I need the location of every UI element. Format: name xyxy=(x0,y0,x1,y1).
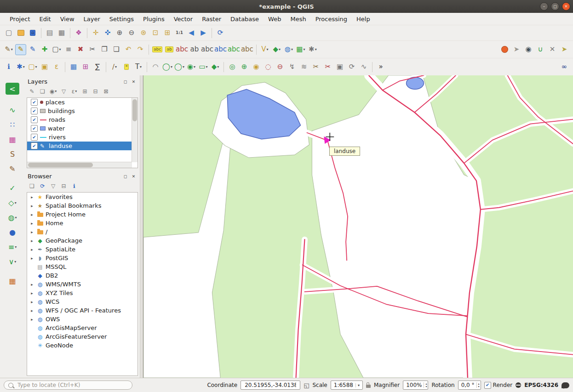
minimize-button[interactable]: – xyxy=(540,2,548,11)
circular-string-by-radius-dropdown[interactable]: ▾ xyxy=(171,65,172,69)
layer-labeling-options-icon[interactable]: abc xyxy=(152,44,163,55)
remove-layer-icon[interactable]: ⊠ xyxy=(102,87,110,96)
layers-vertical-scrollbar[interactable] xyxy=(132,98,138,162)
expand-arrow-icon[interactable]: ▸ xyxy=(29,230,34,234)
magnifier-spinner[interactable]: 100% ▴▾ xyxy=(403,381,428,390)
add-polygon-feature-icon[interactable]: ✚ xyxy=(39,44,50,55)
text-annotation-icon[interactable]: T▾ xyxy=(133,62,144,73)
maximize-button[interactable]: ◻ xyxy=(551,2,559,11)
add-ring-icon[interactable]: ◎ xyxy=(227,62,238,73)
new-print-layout-icon[interactable]: ▤ xyxy=(44,28,55,39)
menu-layer[interactable]: Layer xyxy=(80,14,104,24)
layers-panel-float-button[interactable]: ◻ xyxy=(122,78,129,85)
filter-by-expression-dropdown[interactable]: ▾ xyxy=(75,89,77,93)
layer-row-roads[interactable]: ✔roads xyxy=(27,115,138,124)
browser-item-project-home[interactable]: ▸Project Home xyxy=(27,210,138,219)
layer-row-landuse[interactable]: ✔✎landuse xyxy=(27,142,138,150)
circle-2-points-icon[interactable]: ◯▾ xyxy=(174,62,185,73)
expand-all-icon[interactable]: ⊞ xyxy=(80,87,89,96)
map-tips-icon[interactable]: ❝ xyxy=(121,62,132,73)
expand-arrow-icon[interactable]: ▸ xyxy=(29,282,34,287)
expand-arrow-icon[interactable]: ▸ xyxy=(29,239,34,243)
show-layout-manager-icon[interactable]: ▦ xyxy=(56,28,67,39)
browser-item-home[interactable]: ▸Home xyxy=(27,219,138,227)
new-temporary-layer-dropdown[interactable]: ▾ xyxy=(303,47,305,51)
browser-item-mssql[interactable]: ▤MSSQL xyxy=(27,262,138,271)
scrollbar-thumb[interactable] xyxy=(28,163,93,167)
paste-features-icon[interactable]: ❏ xyxy=(111,44,122,55)
browser-item-postgis[interactable]: ▸◗PostGIS xyxy=(27,254,138,262)
identify-features-icon[interactable]: ℹ xyxy=(3,62,14,73)
new-geopackage-layer-icon[interactable]: ◆▾ xyxy=(271,44,282,55)
rotate-feature-icon[interactable]: ⟳ xyxy=(346,62,357,73)
cancel-edits-icon[interactable]: ✕ xyxy=(547,44,558,55)
grid-points-icon[interactable]: ∷ xyxy=(6,119,19,131)
locate-input[interactable] xyxy=(17,381,128,389)
layer-checkbox-landuse[interactable]: ✔ xyxy=(31,142,38,149)
run-feature-action-icon[interactable]: ✱▾ xyxy=(15,62,26,73)
open-attribute-table-icon[interactable]: ▦ xyxy=(68,62,79,73)
undo-icon[interactable]: ↶ xyxy=(123,44,134,55)
filter-legend-icon[interactable]: ▽ xyxy=(59,87,68,96)
menu-processing[interactable]: Processing xyxy=(311,14,351,24)
browser-panel-float-button[interactable]: ◻ xyxy=(122,173,129,180)
ellipse-from-center-icon[interactable]: ◉▾ xyxy=(186,62,197,73)
current-edits-dropdown[interactable]: ▾ xyxy=(11,47,13,51)
layers-panel-close-button[interactable]: ✕ xyxy=(130,78,137,85)
messages-icon[interactable] xyxy=(562,382,569,388)
move-label-icon[interactable]: abc xyxy=(214,44,227,55)
regular-polygon-dropdown[interactable]: ▾ xyxy=(217,65,219,69)
open-layer-styling-icon[interactable]: ✎ xyxy=(28,87,36,96)
vector-dropdown-dropdown[interactable]: ▾ xyxy=(14,260,16,264)
regular-polygon-icon[interactable]: ◆▾ xyxy=(210,62,221,73)
modify-attributes-icon[interactable]: ≡ xyxy=(63,44,74,55)
map-tips-eye-icon[interactable]: ◉ xyxy=(523,44,534,55)
rectangle-from-extent-dropdown[interactable]: ▾ xyxy=(206,65,208,69)
collapse-panels-icon[interactable]: < xyxy=(6,83,19,95)
menu-vector[interactable]: Vector xyxy=(170,14,197,24)
filter-browser-icon[interactable]: ▽ xyxy=(49,182,57,190)
vector-dropdown-icon[interactable]: ∨▾ xyxy=(6,256,19,267)
browser-properties-icon[interactable]: ℹ xyxy=(70,182,79,190)
toggle-editing-icon[interactable]: ✎ xyxy=(15,44,26,55)
layer-checkbox-rivers[interactable]: ✔ xyxy=(31,134,38,141)
map-canvas[interactable]: landuse xyxy=(143,75,573,378)
reshape-features-icon[interactable]: ↯ xyxy=(286,62,298,73)
circle-2-points-dropdown[interactable]: ▾ xyxy=(183,65,184,69)
render-toggle[interactable]: ✔ Render xyxy=(484,382,513,389)
expand-arrow-icon[interactable]: ▸ xyxy=(29,291,34,295)
osm-place-search-icon[interactable] xyxy=(499,44,510,55)
layers-stack-dropdown[interactable]: ▾ xyxy=(15,245,17,249)
menu-help[interactable]: Help xyxy=(352,14,374,24)
locate-search[interactable] xyxy=(4,381,132,390)
highlight-pinned-labels-icon[interactable]: abc xyxy=(176,44,188,55)
merge-features-icon[interactable]: ▣ xyxy=(334,62,345,73)
continue-digitizing-icon[interactable]: ➤ xyxy=(559,44,570,55)
save-layer-edits-icon[interactable]: ✎ xyxy=(27,44,38,55)
zoom-out-icon[interactable]: ⊖ xyxy=(126,28,137,39)
measure-line-icon[interactable]: ∕▾ xyxy=(109,62,120,73)
layer-diagram-options-icon[interactable]: ab xyxy=(164,44,175,55)
menu-mesh[interactable]: Mesh xyxy=(286,14,310,24)
crs-button[interactable]: EPSG:4326 xyxy=(524,382,558,388)
current-edits-icon[interactable]: ✎▾ xyxy=(3,44,14,55)
layer-row-rivers[interactable]: ✔rivers xyxy=(27,133,138,142)
digitize-zigzag-icon[interactable]: ∿ xyxy=(6,104,19,116)
menu-edit[interactable]: Edit xyxy=(35,14,55,24)
simplify-feature-icon[interactable]: ∿ xyxy=(358,62,369,73)
curve-s-tool-icon[interactable]: S xyxy=(6,148,19,160)
browser-panel-close-button[interactable]: ✕ xyxy=(130,173,137,180)
browser-item-spatialite[interactable]: ▸✒SpatiaLite xyxy=(27,245,138,254)
menu-raster[interactable]: Raster xyxy=(198,14,225,24)
browser-item-wcs[interactable]: ▸◍WCS xyxy=(27,297,138,306)
vertex-tool-icon[interactable]: ▢▾ xyxy=(51,44,62,55)
digitize-with-curve-icon[interactable]: ◠ xyxy=(150,62,161,73)
browser-item-arcgisfeatureserver[interactable]: ◍ArcGisFeatureServer xyxy=(27,332,138,341)
collapse-all-icon[interactable]: ⊟ xyxy=(91,87,100,96)
save-project-icon[interactable]: ▫ xyxy=(27,28,38,39)
refresh-browser-icon[interactable]: ⟳ xyxy=(38,182,47,190)
menu-settings[interactable]: Settings xyxy=(105,14,138,24)
collapse-browser-icon[interactable]: ⊟ xyxy=(59,182,68,190)
close-button[interactable]: ✕ xyxy=(562,2,570,11)
lock-icon[interactable] xyxy=(366,385,371,388)
